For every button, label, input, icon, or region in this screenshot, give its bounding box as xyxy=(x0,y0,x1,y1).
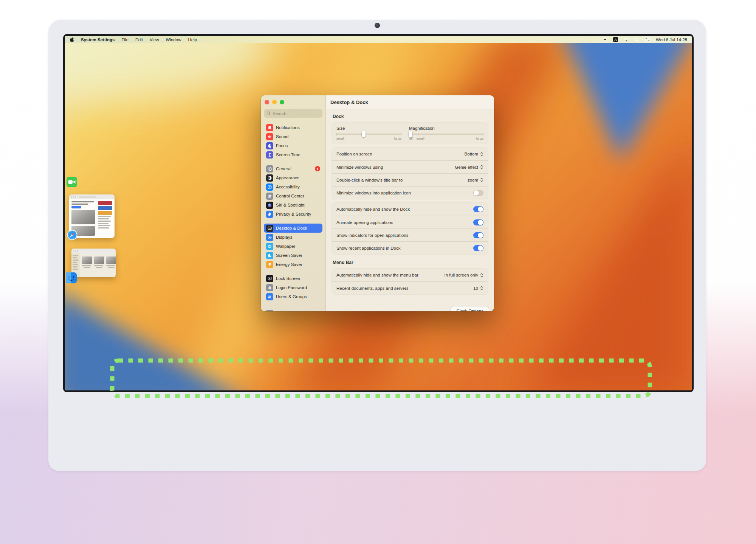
sidebar-item-sound[interactable]: Sound xyxy=(264,132,322,141)
double-click-dropdown[interactable]: zoom xyxy=(468,177,483,183)
menu-item-view[interactable]: View xyxy=(150,37,159,42)
lock-screen-icon xyxy=(266,275,273,282)
stepper-icon xyxy=(480,285,483,291)
menu-app-name[interactable]: System Settings xyxy=(81,37,115,42)
sidebar-item-displays[interactable]: Displays xyxy=(264,233,322,242)
sidebar-item-energy-saver[interactable]: Energy Saver xyxy=(264,260,322,269)
toggle-minimize-into-icon[interactable] xyxy=(473,190,483,196)
menu-clock[interactable]: Wed 6 Jul 14:28 xyxy=(656,37,687,42)
row-auto-hide-menubar: Automatically hide and show the menu bar… xyxy=(332,269,488,281)
apple-menu-icon[interactable] xyxy=(70,37,74,42)
bell-icon xyxy=(266,124,273,131)
menu-item-help[interactable]: Help xyxy=(188,37,197,42)
sidebar-label: Privacy & Security xyxy=(276,212,311,216)
recent-documents-dropdown[interactable]: 10 xyxy=(473,285,483,291)
sidebar-item-control-center[interactable]: Control Center xyxy=(264,191,322,201)
finder-icon[interactable] xyxy=(66,272,77,285)
control-center-icon[interactable] xyxy=(645,37,650,42)
screen-recording-icon[interactable] xyxy=(603,37,607,42)
sidebar-item-lock-screen[interactable]: Lock Screen xyxy=(264,274,322,283)
thumb-blue-button xyxy=(71,206,81,208)
sidebar-label: Users & Groups xyxy=(276,294,307,299)
toggle-show-recent[interactable] xyxy=(473,245,483,251)
toggle-auto-hide-dock[interactable] xyxy=(473,206,483,212)
sidebar-label: Focus xyxy=(276,143,288,148)
display: System Settings File Edit View Window He… xyxy=(65,36,692,390)
sidebar-label: Screen Saver xyxy=(276,253,302,258)
menu-item-edit[interactable]: Edit xyxy=(135,37,143,42)
row-animate-opening: Animate opening applications xyxy=(332,216,488,228)
gear-icon xyxy=(266,165,273,173)
section-header-menu-bar: Menu Bar xyxy=(333,260,488,265)
toggle-animate-opening[interactable] xyxy=(473,219,483,225)
sidebar-label: Accessibility xyxy=(276,185,300,189)
finder-window-thumbnail[interactable] xyxy=(71,249,116,277)
sidebar-item-desktop-dock[interactable]: Desktop & Dock xyxy=(264,224,322,233)
sidebar-item-wallpaper[interactable]: Wallpaper xyxy=(264,242,322,251)
stepper-icon xyxy=(480,151,483,157)
mag-off-label: off xyxy=(409,137,413,140)
input-source-icon[interactable]: A xyxy=(613,37,618,42)
size-slider-label: Size xyxy=(336,126,401,131)
sidebar-item-appearance[interactable]: Appearance xyxy=(264,173,322,182)
wifi-icon[interactable] xyxy=(624,37,629,42)
magnification-slider[interactable] xyxy=(409,134,483,135)
size-slider[interactable] xyxy=(336,134,401,135)
search-icon xyxy=(266,111,271,115)
spotlight-search-icon[interactable] xyxy=(635,37,639,42)
clock-options-button[interactable]: Clock Options xyxy=(451,306,489,311)
row-recent-documents: Recent documents, apps and servers 10 xyxy=(332,281,488,294)
notification-badge: 1 xyxy=(315,166,320,171)
accessibility-icon xyxy=(266,183,273,191)
sidebar-label: Desktop & Dock xyxy=(276,226,307,230)
stepper-icon xyxy=(480,177,483,183)
minimize-effect-dropdown[interactable]: Genie effect xyxy=(455,164,483,170)
partial-icon xyxy=(266,310,273,312)
sidebar-item-screen-saver[interactable]: Screen Saver xyxy=(264,251,322,260)
sidebar-label: Appearance xyxy=(276,176,299,180)
padlock-icon xyxy=(266,284,273,291)
menu-item-file[interactable]: File xyxy=(121,37,129,42)
ad-block xyxy=(98,201,112,205)
facetime-icon[interactable] xyxy=(67,177,77,189)
appearance-icon xyxy=(266,174,273,182)
users-icon xyxy=(266,293,273,300)
sidebar-item-users-groups[interactable]: Users & Groups xyxy=(264,292,322,301)
thumb-toolbar xyxy=(71,249,116,253)
menubar-hide-dropdown[interactable]: In full screen only xyxy=(445,272,484,278)
sidebar-label: Control Center xyxy=(276,194,304,198)
toggle-show-indicators[interactable] xyxy=(473,232,483,238)
bulb-icon xyxy=(266,261,273,268)
position-dropdown[interactable]: Bottom xyxy=(465,151,483,157)
sidebar-label: Displays xyxy=(276,235,292,239)
sidebar-label: Login Password xyxy=(276,285,307,290)
safari-icon[interactable] xyxy=(67,230,77,242)
search-input[interactable]: Search xyxy=(264,109,322,118)
search-placeholder: Search xyxy=(273,111,286,116)
file-thumbnail xyxy=(82,256,92,274)
stepper-icon xyxy=(480,164,483,170)
sidebar-label: Lock Screen xyxy=(276,276,300,281)
sidebar-item-login-password[interactable]: Login Password xyxy=(264,283,322,292)
sidebar-label: Wallpaper xyxy=(276,244,295,249)
sidebar-item-privacy-security[interactable]: Privacy & Security xyxy=(264,210,322,219)
screen-bezel: System Settings File Edit View Window He… xyxy=(63,34,694,392)
sidebar-item-screen-time[interactable]: Screen Time xyxy=(264,150,322,159)
sidebar-item-notifications[interactable]: Notifications xyxy=(264,123,322,132)
dock-area-highlight xyxy=(110,358,652,399)
sidebar-item-general[interactable]: General 1 xyxy=(264,164,322,173)
row-minimize-using: Minimize windows using Genie effect xyxy=(332,160,488,173)
size-max-label: large xyxy=(394,137,401,140)
sidebar-item-focus[interactable]: Focus xyxy=(264,141,322,150)
sidebar-item-siri-spotlight[interactable]: Siri & Spotlight xyxy=(264,201,322,210)
row-show-recent: Show recent applications in Dock xyxy=(332,241,488,254)
sidebar-item-accessibility[interactable]: Accessibility xyxy=(264,182,322,191)
close-button[interactable] xyxy=(265,100,269,104)
menu-item-window[interactable]: Window xyxy=(166,37,181,42)
sidebar-item-partial[interactable] xyxy=(264,309,322,311)
sun-icon xyxy=(266,234,273,241)
mag-max-label: large xyxy=(476,137,483,140)
zoom-button[interactable] xyxy=(280,100,284,104)
minimize-button[interactable] xyxy=(272,100,277,104)
menu-bar: System Settings File Edit View Window He… xyxy=(65,36,692,43)
